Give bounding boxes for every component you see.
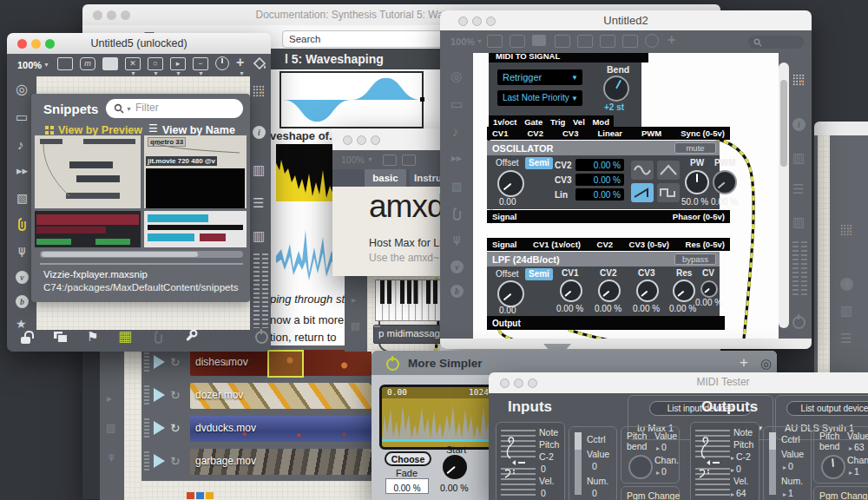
zoom-button[interactable] (371, 135, 380, 145)
mt-titlebar[interactable]: MIDI Tester (489, 372, 868, 393)
video-film-icon[interactable]: ▸▸ (16, 165, 28, 176)
amxd-titlebar[interactable] (332, 128, 445, 150)
u2-titlebar[interactable]: Untitled2 (440, 10, 812, 30)
mixer-meter-icon[interactable] (253, 253, 260, 328)
wave-saw-button[interactable] (631, 183, 654, 202)
zoom-button[interactable] (528, 378, 537, 388)
cv1-value[interactable]: 0.00 % (556, 304, 583, 314)
offset-value[interactable]: 0.00 (499, 197, 516, 207)
playlist-row-dozer[interactable]: ↻ dozer.mov (141, 383, 372, 409)
device-power-icon[interactable] (386, 358, 399, 371)
minimize-button[interactable] (357, 135, 366, 145)
bypass-button[interactable]: bypass (674, 253, 716, 265)
film-icon[interactable]: ▸ (107, 393, 112, 404)
vizzie-icon[interactable]: v (450, 260, 464, 273)
image-icon[interactable]: ▧ (16, 192, 28, 204)
info-icon[interactable]: i (253, 126, 266, 139)
unlock-icon[interactable] (21, 337, 30, 344)
chevron-down-icon[interactable]: ▼ (153, 70, 159, 76)
zoom-button[interactable] (45, 39, 55, 49)
bend-value[interactable]: +2 st (604, 102, 624, 113)
cv2-knob[interactable] (598, 280, 621, 302)
cv2-value[interactable]: 0.00 % (595, 304, 621, 314)
output-pitchbend-panel[interactable]: Pitch bend Value ▸63 Chan. ▸1 (813, 426, 868, 484)
chevron-down-icon[interactable]: ▼ (43, 62, 49, 69)
output-pgm-panel[interactable]: Pgm Change (813, 486, 868, 500)
input-pgm-panel[interactable]: Pgm Change (621, 486, 680, 500)
cv-knob[interactable] (700, 280, 718, 298)
u2-canvas[interactable]: MIDI TO SIGNAL Retrigger ▼ Last Note Pri… (473, 53, 779, 339)
wave-triangle-button[interactable] (657, 161, 680, 180)
toolbar-icon[interactable] (402, 155, 416, 166)
snippet-thumb-jitter[interactable]: qmetro 33 jit.movie 720 480 @v (144, 135, 247, 208)
playlist-row-dishes[interactable]: ↻ dishes.mov (141, 350, 372, 376)
columns-icon[interactable]: ▥ (253, 163, 265, 176)
selected-clip-highlight[interactable] (267, 350, 304, 378)
button-icon[interactable]: ○ (148, 57, 163, 70)
favorites-star-icon[interactable]: ★ (16, 318, 27, 330)
playlist-row-garbage[interactable]: ↻ garbage.mov (141, 449, 372, 475)
add-icon[interactable]: + (740, 354, 748, 372)
semi-toggle[interactable]: Semi (525, 157, 553, 169)
comment-icon[interactable] (102, 57, 118, 70)
start-value[interactable]: 0.00 % (440, 483, 469, 493)
list-icon[interactable]: ☰ (840, 332, 852, 345)
dial-icon[interactable] (215, 56, 229, 70)
scrollbar-thumb[interactable] (42, 252, 198, 257)
pitchbend-knob[interactable] (821, 455, 845, 479)
offset-knob[interactable] (497, 170, 524, 197)
output-cctrl-panel[interactable]: Cctrl Value ▸0 Num. ▸1 (763, 426, 812, 500)
cv3-numbox[interactable]: 0.00 % (575, 174, 624, 186)
toggle-icon[interactable]: ✕ (125, 57, 141, 70)
mixer-meter-icon[interactable] (262, 253, 268, 328)
p-midimassage-object[interactable]: p midimassage (373, 325, 440, 344)
audio-note-icon[interactable]: ♪ (452, 125, 459, 138)
u5-titlebar[interactable]: Untitled5 (unlocked) (7, 33, 271, 54)
mixer-meter-icon[interactable] (801, 241, 807, 295)
zoom-button[interactable] (121, 10, 130, 20)
image-icon[interactable]: ▧ (351, 321, 359, 331)
u2-search-input[interactable] (748, 36, 804, 49)
minimize-button[interactable] (472, 16, 482, 26)
snippets-scrollbar[interactable] (40, 251, 243, 258)
vizzie-icon[interactable]: v (16, 271, 29, 284)
u2-scrollbar[interactable] (779, 62, 789, 328)
tab-basic[interactable]: basic (365, 169, 406, 187)
columns-icon[interactable]: ▥ (792, 151, 805, 164)
info-icon[interactable]: i (840, 278, 853, 291)
bend-knob[interactable] (603, 76, 629, 102)
add-object-icon[interactable]: + (236, 55, 244, 70)
zoom-level[interactable]: 100% (341, 155, 365, 165)
grid-overview-icon[interactable] (792, 74, 805, 86)
audio-on-icon[interactable]: ◎ (450, 69, 462, 82)
cv3-value[interactable]: 0.00 % (633, 304, 660, 314)
wave-sine-button[interactable] (631, 161, 654, 180)
loop-icon[interactable]: ↻ (170, 421, 181, 435)
list-icon[interactable]: ☰ (792, 182, 804, 195)
wave-square-button[interactable] (657, 183, 680, 202)
message-box-icon[interactable]: m (80, 57, 95, 70)
toolbar-icon[interactable] (510, 35, 525, 48)
start-knob[interactable] (443, 455, 467, 479)
snippet-thumb-vizzie[interactable] (35, 211, 141, 247)
choose-button[interactable]: Choose (385, 451, 431, 466)
minimize-button[interactable] (514, 378, 523, 388)
snippet-thumb-patcher[interactable] (35, 135, 141, 208)
play-icon[interactable] (154, 454, 165, 468)
close-button[interactable] (500, 378, 510, 388)
resize-handle[interactable] (420, 97, 424, 102)
audio-on-icon[interactable]: ◎ (16, 82, 28, 96)
plug-icon[interactable]: ⋔ (451, 234, 463, 247)
power-icon[interactable] (792, 316, 806, 329)
loop-icon[interactable]: ↻ (170, 355, 181, 369)
retrigger-dropdown[interactable]: Retrigger ▼ (497, 69, 582, 85)
chevron-down-icon[interactable]: ▼ (198, 70, 204, 76)
drag-handle[interactable] (144, 451, 149, 472)
drag-handle[interactable] (144, 352, 149, 373)
snippets-paperclip-icon[interactable] (451, 207, 463, 221)
paint-bucket-icon[interactable] (253, 57, 267, 69)
chevron-down-icon[interactable]: ▼ (239, 70, 245, 76)
res-value[interactable]: 0.00 % (669, 304, 696, 314)
clip-disabled-icon[interactable] (153, 330, 164, 345)
close-button[interactable] (343, 135, 352, 145)
